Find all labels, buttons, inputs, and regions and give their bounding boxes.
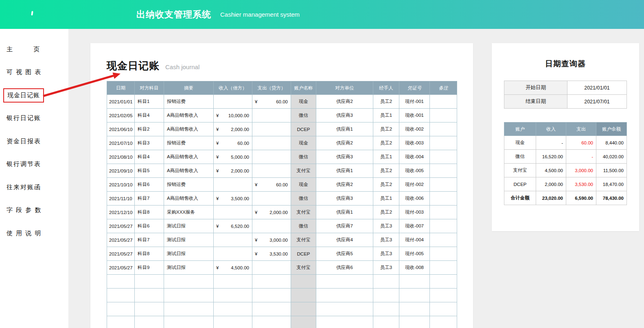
summary-account-cell[interactable]: 微信 xyxy=(504,150,536,164)
account-cell[interactable]: DCEP xyxy=(291,247,316,261)
summary-cell[interactable]: 测试日报 xyxy=(164,233,214,247)
summary-expense-cell[interactable]: 3,000.00 xyxy=(566,164,596,177)
voucher-cell[interactable]: 现收-005 xyxy=(399,164,430,178)
date-cell[interactable]: 2021/05/27 xyxy=(107,233,135,247)
date-cell[interactable]: 2021/05/27 xyxy=(107,247,135,261)
summary-cell[interactable]: A商品销售收入 xyxy=(164,164,214,178)
counterparty-cell[interactable]: 供应商3 xyxy=(316,109,373,122)
sidebar-item-home[interactable]: 主 页 xyxy=(0,38,68,61)
income-cell[interactable] xyxy=(214,302,252,316)
handler-cell[interactable]: 员工3 xyxy=(373,261,399,275)
counterparty-cell[interactable]: 供应商2 xyxy=(316,95,373,109)
voucher-cell[interactable]: 现收-004 xyxy=(399,150,430,164)
summary-cell[interactable]: 报销运费 xyxy=(164,136,214,150)
voucher-cell[interactable] xyxy=(399,289,430,302)
handler-cell[interactable]: 员工1 xyxy=(373,150,399,164)
handler-cell[interactable]: 员工2 xyxy=(373,164,399,178)
handler-cell[interactable]: 员工3 xyxy=(373,233,399,247)
summary-cell[interactable]: A商品销售收入 xyxy=(164,192,214,206)
end-date-input[interactable]: 2021/07/01 xyxy=(567,95,627,109)
note-cell[interactable] xyxy=(430,178,457,192)
note-cell[interactable] xyxy=(430,95,457,109)
summary-cell[interactable]: A商品销售收入 xyxy=(164,150,214,164)
counterparty-cell[interactable]: 供应商6 xyxy=(316,261,373,275)
income-cell[interactable] xyxy=(214,233,252,247)
sidebar-item-charts[interactable]: 可 视 图 表 xyxy=(0,61,68,84)
expense-cell[interactable]: ¥60.00 xyxy=(252,95,291,109)
note-cell[interactable] xyxy=(430,164,457,178)
summary-cell[interactable]: A商品销售收入 xyxy=(164,122,214,136)
expense-cell[interactable] xyxy=(252,164,291,178)
note-cell[interactable] xyxy=(430,192,457,206)
date-cell[interactable]: 2021/02/05 xyxy=(107,109,135,122)
summary-account-cell[interactable]: 现金 xyxy=(504,136,536,150)
account-cell[interactable]: 支付宝 xyxy=(291,206,316,219)
expense-cell[interactable] xyxy=(252,302,291,316)
handler-cell[interactable] xyxy=(373,275,399,289)
expense-cell[interactable]: ¥3,530.00 xyxy=(252,247,291,261)
income-cell[interactable]: ¥2,000.00 xyxy=(214,122,252,136)
note-cell[interactable] xyxy=(430,122,457,136)
voucher-cell[interactable]: 现付-005 xyxy=(399,247,430,261)
summary-cell[interactable]: 测试日报 xyxy=(164,219,214,233)
account-cell[interactable]: 现金 xyxy=(291,136,316,150)
counterparty-cell[interactable]: 供应商7 xyxy=(316,219,373,233)
date-cell[interactable] xyxy=(107,289,135,302)
subject-cell[interactable]: 科目8 xyxy=(135,206,164,219)
subject-cell[interactable] xyxy=(135,316,164,328)
account-cell[interactable]: 微信 xyxy=(291,150,316,164)
date-cell[interactable]: 2021/09/10 xyxy=(107,164,135,178)
subject-cell[interactable]: 科目3 xyxy=(135,136,164,150)
summary-balance-cell[interactable]: 18,470.00 xyxy=(596,177,627,191)
summary-income-cell[interactable]: 23,020.00 xyxy=(536,191,566,205)
summary-cell[interactable]: 测试日报 xyxy=(164,247,214,261)
income-cell[interactable] xyxy=(214,247,252,261)
account-cell[interactable]: 支付宝 xyxy=(291,164,316,178)
subject-cell[interactable] xyxy=(135,289,164,302)
summary-cell[interactable]: 采购XXX服务 xyxy=(164,206,214,219)
account-cell[interactable] xyxy=(291,302,316,316)
handler-cell[interactable]: 员工3 xyxy=(373,219,399,233)
counterparty-cell[interactable]: 供应商3 xyxy=(316,192,373,206)
expense-cell[interactable] xyxy=(252,289,291,302)
handler-cell[interactable]: 员工2 xyxy=(373,206,399,219)
counterparty-cell[interactable] xyxy=(316,302,373,316)
income-cell[interactable]: ¥2,000.00 xyxy=(214,164,252,178)
note-cell[interactable] xyxy=(430,247,457,261)
note-cell[interactable] xyxy=(430,233,457,247)
account-cell[interactable]: 支付宝 xyxy=(291,261,316,275)
voucher-cell[interactable]: 现付-002 xyxy=(399,178,430,192)
expense-cell[interactable] xyxy=(252,192,291,206)
date-cell[interactable]: 2021/05/27 xyxy=(107,219,135,233)
account-cell[interactable]: 支付宝 xyxy=(291,233,316,247)
summary-expense-cell[interactable]: 3,530.00 xyxy=(566,177,596,191)
summary-income-cell[interactable]: 4,500.00 xyxy=(536,164,566,177)
subject-cell[interactable]: 科目4 xyxy=(135,109,164,122)
subject-cell[interactable]: 科目4 xyxy=(135,150,164,164)
voucher-cell[interactable]: 现收-001 xyxy=(399,109,430,122)
account-cell[interactable]: 现金 xyxy=(291,178,316,192)
date-cell[interactable]: 2021/06/10 xyxy=(107,122,135,136)
income-cell[interactable] xyxy=(214,275,252,289)
summary-cell[interactable]: 测试日报 xyxy=(164,261,214,275)
expense-cell[interactable] xyxy=(252,109,291,122)
subject-cell[interactable]: 科目6 xyxy=(135,178,164,192)
summary-balance-cell[interactable]: 8,440.00 xyxy=(596,136,627,150)
note-cell[interactable] xyxy=(430,206,457,219)
subject-cell[interactable] xyxy=(135,275,164,289)
voucher-cell[interactable] xyxy=(399,316,430,328)
date-cell[interactable]: 2021/12/10 xyxy=(107,206,135,219)
expense-cell[interactable]: ¥3,000.00 xyxy=(252,233,291,247)
income-cell[interactable] xyxy=(214,178,252,192)
subject-cell[interactable] xyxy=(135,302,164,316)
income-cell[interactable] xyxy=(214,316,252,328)
date-cell[interactable] xyxy=(107,275,135,289)
voucher-cell[interactable]: 现收-006 xyxy=(399,192,430,206)
handler-cell[interactable]: 员工1 xyxy=(373,192,399,206)
voucher-cell[interactable]: 现收-003 xyxy=(399,136,430,150)
account-cell[interactable]: 微信 xyxy=(291,192,316,206)
sidebar-item-funds-daily[interactable]: 资金日报表 xyxy=(0,130,68,153)
income-cell[interactable] xyxy=(214,95,252,109)
voucher-cell[interactable]: 现收-002 xyxy=(399,122,430,136)
summary-income-cell[interactable]: 16,520.00 xyxy=(536,150,566,164)
